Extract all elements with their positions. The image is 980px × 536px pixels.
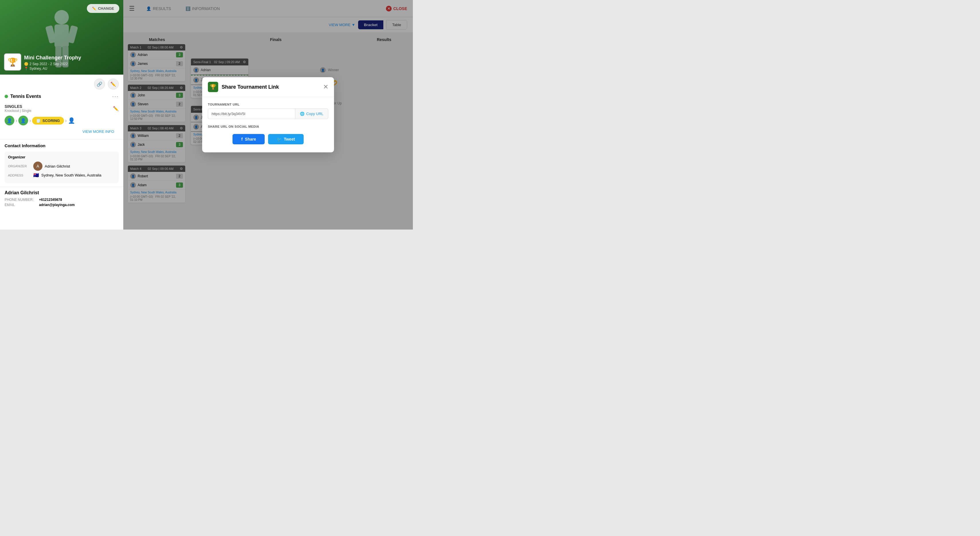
tweet-label: Tweet bbox=[284, 137, 295, 142]
modal-title: Share Tournament Link bbox=[222, 84, 279, 90]
email-value: adrian@playinga.com bbox=[39, 203, 75, 207]
modal-logo: 🏆 bbox=[208, 82, 218, 92]
scoring-label: SCORING bbox=[43, 118, 60, 123]
facebook-share-button[interactable]: f Share bbox=[232, 134, 265, 144]
country-flag: 🇦🇺 bbox=[33, 172, 39, 178]
phone-label: PHONE NUMBER: bbox=[5, 198, 36, 202]
organizer-row: ORGANIZER A Adrian Gilchrist bbox=[8, 161, 115, 171]
person-name: Adrian Gilchrist bbox=[5, 190, 119, 195]
address-row: ADDRESS 🇦🇺 Sydney, New South Wales, Aust… bbox=[8, 172, 115, 178]
sidebar-actions: 🔗 ✏️ bbox=[0, 75, 123, 91]
tournament-info: Mini Challenger Trophy 🟡 2 Sep 2022 - 2 … bbox=[24, 55, 81, 70]
green-dot-icon bbox=[5, 95, 8, 98]
organizer-label: ORGANIZER bbox=[8, 164, 31, 168]
tournament-logo: 🏆 bbox=[4, 53, 21, 70]
steps-row: 👤 › 👤 › 🗒️ SCORING › 👤 bbox=[5, 113, 119, 128]
sidebar: ✏️ CHANGE 🏆 Mini Challenger Trophy 🟡 2 S… bbox=[0, 0, 123, 230]
person-section: Adrian Gilchrist PHONE NUMBER: +61212345… bbox=[0, 187, 123, 212]
events-title-text: Tennis Events bbox=[10, 94, 41, 99]
social-buttons: f Share 🐦 Tweet bbox=[208, 132, 328, 147]
step-arrow-1: › bbox=[16, 118, 17, 124]
scoring-icon: 🗒️ bbox=[36, 118, 41, 123]
address-label: ADDRESS bbox=[8, 174, 31, 177]
svg-point-0 bbox=[54, 10, 69, 24]
url-input[interactable] bbox=[208, 108, 295, 119]
email-row: EMAIL adrian@playinga.com bbox=[5, 203, 119, 207]
copy-url-button[interactable]: 🌐 Copy URL bbox=[295, 108, 328, 119]
calendar-icon: 🟡 bbox=[24, 62, 29, 66]
step-person-icon: 👤 bbox=[68, 117, 75, 124]
singles-label: SINGLES bbox=[5, 104, 31, 109]
step-arrow-3: › bbox=[65, 118, 67, 124]
tournament-name: Mini Challenger Trophy bbox=[24, 55, 81, 61]
facebook-icon: f bbox=[241, 137, 243, 142]
main-area: ☰ 👤 RESULTS ℹ️ INFORMATION ✕ CLOSE VIEW … bbox=[123, 0, 413, 230]
change-button[interactable]: ✏️ CHANGE bbox=[87, 4, 119, 13]
tournament-banner: ✏️ CHANGE 🏆 Mini Challenger Trophy 🟡 2 S… bbox=[0, 0, 123, 75]
more-options-button[interactable]: ··· bbox=[112, 93, 119, 100]
contact-title: Contact Information bbox=[5, 143, 119, 148]
url-label: TOURNAMENT URL bbox=[208, 103, 328, 106]
email-label: EMAIL bbox=[5, 203, 36, 207]
modal-header: 🏆 Share Tournament Link ✕ bbox=[202, 77, 334, 97]
phone-value: +61212345678 bbox=[39, 198, 62, 202]
logo-emoji: 🏆 bbox=[8, 57, 18, 67]
tournament-location: 📍 Sydney, AU bbox=[24, 67, 81, 70]
tournament-date: 🟡 2 Sep 2022 - 2 Sep 2022 bbox=[24, 62, 81, 66]
twitter-icon: 🐦 bbox=[277, 137, 282, 142]
share-modal: 🏆 Share Tournament Link ✕ TOURNAMENT URL… bbox=[202, 77, 334, 152]
events-header: Tennis Events ··· bbox=[0, 91, 123, 102]
twitter-tweet-button[interactable]: 🐦 Tweet bbox=[268, 134, 304, 144]
organizer-avatar: A bbox=[33, 161, 43, 171]
events-title-row: Tennis Events bbox=[5, 94, 41, 99]
step-2[interactable]: 👤 bbox=[18, 116, 28, 125]
copy-icon: 🌐 bbox=[300, 112, 304, 116]
contact-section: Contact Information Organizer ORGANIZER … bbox=[0, 139, 123, 187]
step-arrow-2: › bbox=[29, 118, 31, 124]
organizer-title: Organizer bbox=[8, 155, 115, 159]
singles-edit-icon[interactable]: ✏️ bbox=[113, 106, 119, 111]
copy-url-label: Copy URL bbox=[306, 112, 323, 116]
url-row: 🌐 Copy URL bbox=[208, 108, 328, 119]
modal-body: TOURNAMENT URL 🌐 Copy URL SHARE URL ON S… bbox=[202, 97, 334, 152]
change-label: CHANGE bbox=[98, 6, 114, 11]
singles-section: SINGLES Knockout | Single ✏️ 👤 › 👤 › 🗒️ … bbox=[0, 102, 123, 139]
share-label: Share bbox=[245, 137, 256, 142]
organizer-box: Organizer ORGANIZER A Adrian Gilchrist A… bbox=[5, 152, 119, 183]
modal-overlay[interactable]: 🏆 Share Tournament Link ✕ TOURNAMENT URL… bbox=[123, 0, 413, 230]
organizer-address: Sydney, New South Wales, Australia bbox=[41, 173, 102, 177]
modal-logo-emoji: 🏆 bbox=[210, 84, 216, 90]
pencil-icon: ✏️ bbox=[92, 6, 96, 11]
phone-row: PHONE NUMBER: +61212345678 bbox=[5, 198, 119, 202]
singles-header: SINGLES Knockout | Single ✏️ bbox=[5, 104, 119, 113]
share-button[interactable]: 🔗 bbox=[94, 79, 105, 89]
edit-button[interactable]: ✏️ bbox=[108, 79, 119, 89]
step-1[interactable]: 👤 bbox=[5, 116, 14, 125]
view-more-info-link[interactable]: VIEW MORE INFO bbox=[5, 128, 119, 137]
social-label: SHARE URL ON SOCIAL MEDIA bbox=[208, 125, 328, 128]
step-scoring[interactable]: 🗒️ SCORING bbox=[32, 117, 64, 124]
modal-close-button[interactable]: ✕ bbox=[323, 83, 328, 91]
location-icon: 📍 bbox=[24, 67, 29, 70]
svg-rect-1 bbox=[54, 24, 69, 47]
organizer-name: Adrian Gilchrist bbox=[45, 164, 70, 168]
singles-type: Knockout | Single bbox=[5, 109, 31, 113]
